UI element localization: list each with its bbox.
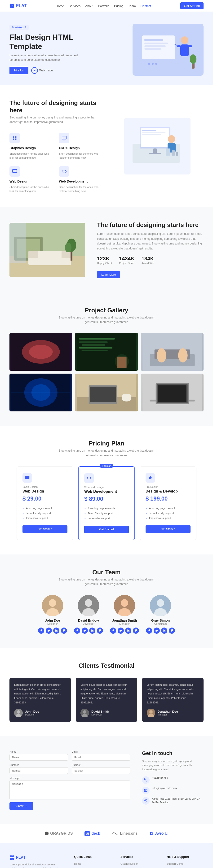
footer-services-list: Graphic Design Web Design Web Developmen…: [120, 861, 157, 868]
svg-rect-7: [144, 42, 168, 44]
feature-web-design: Web Design Short description for the one…: [9, 166, 52, 193]
footer-sup-0[interactable]: Support Center: [166, 862, 184, 865]
hire-us-button[interactable]: Hire Us: [9, 67, 28, 74]
social-in-0[interactable]: [53, 627, 59, 634]
author-info-0: John Doe Designer: [25, 710, 39, 716]
submit-button[interactable]: Submit: [9, 802, 33, 810]
plan-features-2: Amazing page example Team friendly suppo…: [146, 506, 190, 521]
form-group-subject: Subject: [72, 764, 130, 774]
about-image: [9, 223, 85, 277]
feature-graphics-title: Graphics Design: [9, 146, 52, 150]
nav-portfolio[interactable]: Portfolio: [98, 4, 109, 8]
feature-ui: UI/UX Design Short description for the o…: [59, 133, 102, 160]
footer-svc-0[interactable]: Graphic Design: [120, 862, 139, 865]
nav-services[interactable]: Services: [69, 4, 81, 8]
svg-point-19: [190, 54, 196, 64]
nav-pricing[interactable]: Pricing: [114, 4, 124, 8]
social-fb-3[interactable]: [146, 627, 152, 634]
footer-link-home[interactable]: Home: [74, 862, 81, 865]
author-info-2: Jonathan Doe Manager: [158, 710, 178, 716]
plan-type-1: Standard Design: [84, 486, 129, 489]
gallery-item-5[interactable]: [141, 374, 204, 411]
team-role-2: Manager: [110, 622, 139, 625]
svg-rect-57: [82, 350, 108, 351]
plan-cta-2[interactable]: Get Started: [146, 525, 190, 533]
social-in-2[interactable]: [125, 627, 131, 634]
svg-rect-0: [10, 4, 12, 5]
features-wrapper: The future of designing starts here Stop…: [9, 99, 204, 193]
message-textarea[interactable]: [9, 780, 130, 800]
name-label: Name: [9, 750, 68, 753]
partners-section: GRAYGRIDS UI deck Lineicons Ayro UI: [0, 824, 213, 843]
plan-type-0: Basic Design: [23, 486, 67, 488]
plan-icon-1: [84, 473, 94, 483]
number-input[interactable]: [9, 767, 68, 774]
plan-cta-0[interactable]: Get Started: [23, 525, 67, 533]
learn-more-button[interactable]: Learn More: [97, 271, 120, 278]
svg-rect-112: [10, 858, 12, 860]
plan-feature-0-1: Team friendly support: [23, 511, 67, 516]
gallery-item-4[interactable]: [75, 374, 138, 411]
team-member-2: Jonathan Smith Manager: [110, 595, 139, 634]
social-gh-3[interactable]: [169, 627, 175, 634]
svg-rect-20: [62, 136, 66, 139]
plan-feature-2-2: Impressive support: [146, 516, 190, 521]
nav-contact[interactable]: Contact: [141, 4, 151, 8]
svg-rect-29: [142, 132, 166, 133]
social-fb-0[interactable]: [38, 627, 44, 634]
social-fb-1[interactable]: [74, 627, 80, 634]
footer-grid: FLAT Lorem ipsum dolor sit amet, consect…: [9, 855, 204, 868]
nav-home[interactable]: Home: [56, 4, 64, 8]
gallery-title: Project Gallery: [9, 307, 204, 314]
svg-point-87: [85, 599, 92, 607]
footer-quick-links: Quick Links Home About Service Pricing T…: [74, 855, 111, 868]
hero-title: Flat Design HTML Template: [9, 33, 106, 51]
name-input[interactable]: [9, 754, 68, 761]
plan-name-0: Web Design: [23, 489, 67, 493]
gallery-item-3[interactable]: [9, 374, 72, 411]
stat-happy-label: Happy Client: [97, 262, 112, 265]
stat-project: 1434K Project Done: [119, 256, 134, 265]
pricing-section: Pricing Plan Stop wasting time on money …: [0, 426, 213, 554]
team-social-0: [38, 627, 67, 634]
social-gh-0[interactable]: [61, 627, 67, 634]
nav-about[interactable]: About: [85, 4, 93, 8]
svg-rect-81: [25, 476, 29, 479]
svg-rect-54: [79, 341, 108, 343]
number-label: Number: [9, 764, 68, 766]
hero-section: Bootstrap 5 Flat Design HTML Template Lo…: [0, 12, 213, 85]
message-label: Message: [9, 777, 130, 780]
gallery-item-2[interactable]: [141, 333, 204, 371]
nav-cta-button[interactable]: Get Started: [180, 2, 204, 9]
gallery-item-0[interactable]: [9, 333, 72, 371]
stat-happy-num: 123K: [97, 256, 112, 262]
social-in-3[interactable]: [161, 627, 167, 634]
social-tw-2[interactable]: [118, 627, 124, 634]
gallery-item-1[interactable]: [75, 333, 138, 371]
form-row-1: Name Email: [9, 750, 130, 761]
email-input[interactable]: [72, 754, 130, 761]
social-tw-0[interactable]: [46, 627, 52, 634]
plan-cta-1[interactable]: Get Started: [84, 526, 129, 533]
plan-feature-2-1: Team friendly support: [146, 511, 190, 516]
subject-input[interactable]: [72, 767, 130, 774]
watch-now-button[interactable]: Watch now: [31, 67, 53, 74]
social-tw-1[interactable]: [82, 627, 88, 634]
social-gh-2[interactable]: [133, 627, 139, 634]
form-group-name: Name: [9, 750, 68, 761]
features-title: The future of designing starts here: [9, 99, 102, 114]
nav-team[interactable]: Team: [128, 4, 136, 8]
nav-logo[interactable]: FLAT: [9, 3, 27, 8]
author-avatar-0: [14, 709, 23, 717]
testimonials-grid: Lorem ipsum dolor sit amet, consectetur …: [9, 678, 204, 722]
svg-point-99: [17, 710, 20, 714]
team-avatar-1: [78, 595, 99, 616]
social-tw-3[interactable]: [154, 627, 160, 634]
social-in-1[interactable]: [89, 627, 95, 634]
nav-links: Home Services About Portfolio Pricing Te…: [56, 4, 151, 8]
hero-buttons: Hire Us Watch now: [9, 67, 106, 74]
svg-rect-53: [79, 338, 115, 340]
social-fb-2[interactable]: [110, 627, 116, 634]
team-name-3: Gray Simon: [146, 619, 175, 622]
social-gh-1[interactable]: [97, 627, 103, 634]
